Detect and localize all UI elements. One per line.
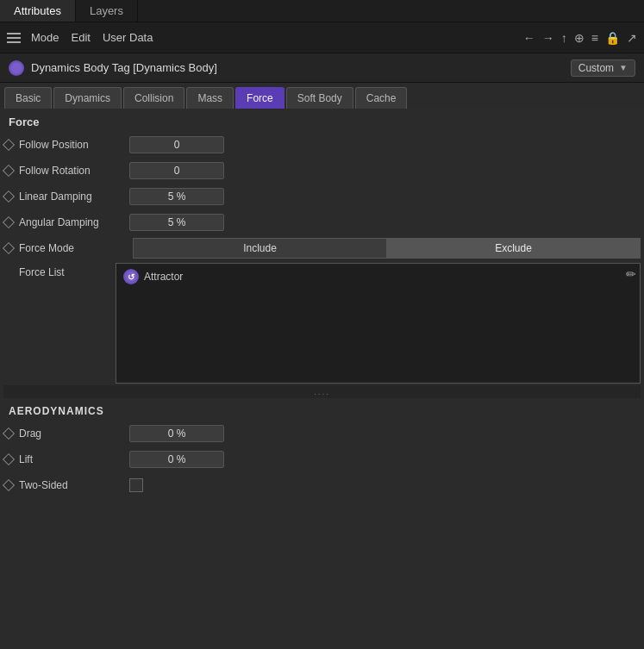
- follow-position-row: Follow Position: [0, 132, 644, 158]
- force-mode-diamond[interactable]: [3, 243, 14, 253]
- aerodynamics-heading: AERODYNAMICS: [0, 398, 644, 421]
- tab-cache[interactable]: Cache: [355, 87, 408, 109]
- edit-icon[interactable]: ✏: [626, 267, 636, 281]
- lift-input[interactable]: [129, 451, 224, 468]
- follow-rotation-input[interactable]: [129, 162, 224, 179]
- two-sided-row: Two-Sided: [0, 472, 644, 498]
- drag-input[interactable]: [129, 425, 224, 442]
- page-title: Dynamics Body Tag [Dynamics Body]: [31, 61, 564, 74]
- back-icon[interactable]: ←: [523, 31, 535, 45]
- follow-position-diamond[interactable]: [3, 140, 14, 150]
- dynamics-icon: [9, 60, 24, 76]
- linear-damping-label: Linear Damping: [17, 190, 129, 203]
- content-area: Force Follow Position Follow Rotation Li…: [0, 109, 644, 498]
- up-icon[interactable]: ↑: [561, 31, 567, 45]
- angular-damping-diamond[interactable]: [3, 217, 14, 228]
- two-sided-diamond[interactable]: [3, 480, 14, 490]
- filter-icon[interactable]: ≡: [591, 31, 598, 45]
- lock-icon[interactable]: 🔒: [605, 31, 620, 45]
- top-tab-bar: Attributes Layers: [0, 0, 644, 22]
- follow-rotation-label: Follow Rotation: [17, 165, 129, 177]
- menu-user-data[interactable]: User Data: [103, 31, 153, 44]
- drag-diamond[interactable]: [3, 428, 14, 439]
- tab-force[interactable]: Force: [235, 87, 284, 109]
- dropdown-arrow-icon: ▼: [619, 63, 628, 72]
- resize-handle[interactable]: ....: [3, 385, 641, 398]
- two-sided-checkbox[interactable]: [129, 478, 143, 492]
- lift-diamond[interactable]: [3, 454, 14, 465]
- follow-rotation-row: Follow Rotation: [0, 158, 644, 184]
- tab-attributes[interactable]: Attributes: [0, 0, 76, 22]
- force-list-row: Force List ↺ Attractor ✏: [0, 261, 644, 385]
- search-icon[interactable]: ⊕: [574, 31, 585, 45]
- lift-row: Lift: [0, 446, 644, 472]
- force-mode-label: Force Mode: [17, 242, 129, 254]
- drag-label: Drag: [17, 427, 129, 440]
- exclude-button[interactable]: Exclude: [386, 238, 641, 259]
- tab-soft-body[interactable]: Soft Body: [286, 87, 353, 109]
- external-icon[interactable]: ↗: [627, 31, 637, 45]
- menu-items: Mode Edit User Data: [31, 31, 153, 44]
- tab-collision[interactable]: Collision: [123, 87, 184, 109]
- tab-mass[interactable]: Mass: [186, 87, 234, 109]
- follow-rotation-diamond[interactable]: [3, 165, 14, 176]
- list-item: ↺ Attractor: [120, 267, 636, 286]
- hamburger-icon[interactable]: [7, 33, 21, 43]
- two-sided-label: Two-Sided: [17, 479, 129, 491]
- attractor-label: Attractor: [144, 271, 183, 283]
- menu-edit[interactable]: Edit: [72, 31, 91, 44]
- include-button[interactable]: Include: [133, 238, 386, 259]
- section-tab-bar: Basic Dynamics Collision Mass Force Soft…: [0, 83, 644, 109]
- menu-bar: Mode Edit User Data ← → ↑ ⊕ ≡ 🔒 ↗: [0, 22, 644, 53]
- forward-icon[interactable]: →: [542, 31, 554, 45]
- force-mode-row: Force Mode Include Exclude: [0, 235, 644, 261]
- menu-mode[interactable]: Mode: [31, 31, 59, 44]
- follow-position-input[interactable]: [129, 136, 224, 153]
- tab-basic[interactable]: Basic: [4, 87, 52, 109]
- linear-damping-input[interactable]: [129, 188, 224, 205]
- angular-damping-input[interactable]: [129, 214, 224, 231]
- toolbar-actions: ← → ↑ ⊕ ≡ 🔒 ↗: [523, 31, 637, 45]
- angular-damping-row: Angular Damping: [0, 209, 644, 235]
- title-bar: Dynamics Body Tag [Dynamics Body] Custom…: [0, 53, 644, 83]
- linear-damping-row: Linear Damping: [0, 184, 644, 209]
- force-list-label: Force List: [3, 263, 116, 278]
- linear-damping-diamond[interactable]: [3, 191, 14, 202]
- tab-layers[interactable]: Layers: [76, 0, 138, 22]
- tab-dynamics[interactable]: Dynamics: [53, 87, 122, 109]
- drag-row: Drag: [0, 421, 644, 446]
- force-section-heading: Force: [0, 109, 644, 132]
- force-list-box[interactable]: ↺ Attractor ✏: [116, 263, 641, 384]
- lift-label: Lift: [17, 453, 129, 465]
- attractor-icon: ↺: [123, 269, 139, 284]
- angular-damping-label: Angular Damping: [17, 216, 129, 228]
- custom-dropdown[interactable]: Custom ▼: [571, 59, 635, 77]
- follow-position-label: Follow Position: [17, 139, 129, 151]
- force-mode-buttons: Include Exclude: [133, 238, 641, 259]
